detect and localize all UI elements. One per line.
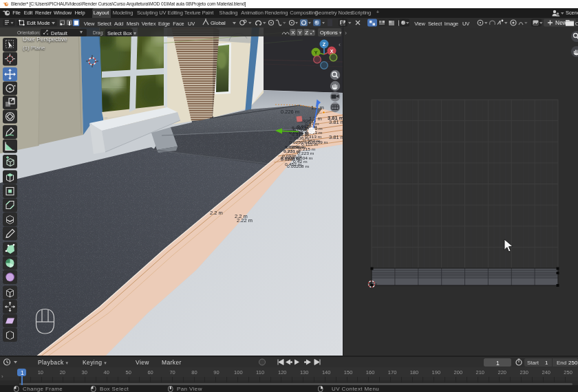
svg-text:›: › [345, 30, 347, 36]
svg-text:3.81 m: 3.81 m [329, 119, 343, 125]
svg-text:Y: Y [298, 30, 302, 36]
svg-text:Z: Z [323, 42, 326, 47]
svg-text:X: X [330, 49, 334, 54]
svg-text:0.00208 m: 0.00208 m [287, 164, 309, 169]
svg-text:Y: Y [314, 50, 318, 55]
svg-text:0.226 m: 0.226 m [281, 109, 299, 115]
svg-text:User Perspective: User Perspective [23, 36, 67, 43]
svg-text:Global: Global [211, 20, 226, 26]
svg-text:X: X [291, 30, 295, 36]
svg-text:2.22 m: 2.22 m [237, 217, 253, 224]
svg-text:‹: ‹ [339, 41, 341, 48]
svg-text:2.2 m: 2.2 m [210, 210, 223, 216]
svg-text:(1) Plane: (1) Plane [23, 45, 45, 51]
svg-text:Edit Mode: Edit Mode [27, 20, 50, 26]
svg-text:0.0259 m: 0.0259 m [308, 140, 328, 145]
svg-text:3.81 m: 3.81 m [329, 134, 343, 140]
